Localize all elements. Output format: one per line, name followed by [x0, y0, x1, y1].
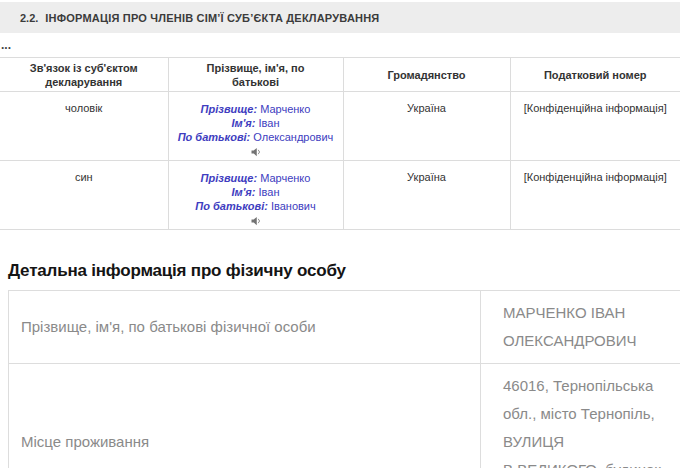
citizenship-cell: Україна	[343, 161, 510, 230]
table-row: Місце проживання 46016, Тернопільська об…	[9, 364, 680, 468]
section-header: 2.2. ІНФОРМАЦІЯ ПРО ЧЛЕНІВ СІМ’Ї СУБ’ЄКТ…	[0, 2, 680, 33]
table-row: Прізвище, ім'я, по батькові фізичної осо…	[9, 291, 680, 364]
patronymic-line: По батькові: Олександрович	[170, 130, 342, 144]
surname-line: Прізвище: Марченко	[170, 171, 342, 185]
detail-label: Прізвище, ім'я, по батькові фізичної осо…	[9, 291, 481, 364]
column-header-fullname: Прізвище, ім'я, по батькові	[168, 58, 343, 92]
collapsed-content-ellipsis: ...	[1, 40, 680, 51]
declaration-page: 2.2. ІНФОРМАЦІЯ ПРО ЧЛЕНІВ СІМ’Ї СУБ’ЄКТ…	[0, 0, 680, 468]
name-line: Ім'я: Іван	[170, 116, 342, 130]
table-header-row: Зв'язок із суб'єктом декларування Прізви…	[0, 58, 680, 92]
tax-number-cell: [Конфіденційна інформація]	[510, 92, 680, 161]
citizenship-cell: Україна	[343, 92, 510, 161]
family-members-table: Зв'язок із суб'єктом декларування Прізви…	[0, 57, 680, 230]
column-header-relation: Зв'язок із суб'єктом декларування	[0, 58, 168, 92]
section-number: 2.2.	[20, 12, 38, 24]
surname-line: Прізвище: Марченко	[170, 102, 342, 116]
detail-label: Місце проживання	[9, 364, 481, 468]
patronymic-line: По батькові: Іванович	[170, 199, 342, 213]
speaker-icon[interactable]	[170, 215, 342, 228]
detail-value: МАРЧЕНКО ІВАН ОЛЕКСАНДРОВИЧ	[481, 291, 680, 364]
fullname-cell: Прізвище: Марченко Ім'я: Іван По батьков…	[168, 161, 343, 230]
table-row: син Прізвище: Марченко Ім'я: Іван По бат…	[0, 161, 680, 230]
table-row: чоловік Прізвище: Марченко Ім'я: Іван По…	[0, 92, 680, 161]
person-detail-table: Прізвище, ім'я, по батькові фізичної осо…	[8, 290, 680, 468]
section-title: ІНФОРМАЦІЯ ПРО ЧЛЕНІВ СІМ’Ї СУБ’ЄКТА ДЕК…	[45, 12, 379, 24]
column-header-citizenship: Громадянство	[343, 58, 510, 92]
fullname-lines: Прізвище: Марченко Ім'я: Іван По батьков…	[170, 102, 342, 144]
fullname-cell: Прізвище: Марченко Ім'я: Іван По батьков…	[168, 92, 343, 161]
detail-section-title: Детальна інформація про фізичну особу	[8, 261, 680, 281]
relation-cell: син	[0, 161, 168, 230]
tax-number-cell: [Конфіденційна інформація]	[510, 161, 680, 230]
speaker-icon[interactable]	[170, 146, 342, 159]
fullname-lines: Прізвище: Марченко Ім'я: Іван По батьков…	[170, 171, 342, 213]
detail-value: 46016, Тернопільська обл., місто Тернопі…	[481, 364, 680, 468]
column-header-tax-number: Податковий номер	[510, 58, 680, 92]
name-line: Ім'я: Іван	[170, 185, 342, 199]
relation-cell: чоловік	[0, 92, 168, 161]
